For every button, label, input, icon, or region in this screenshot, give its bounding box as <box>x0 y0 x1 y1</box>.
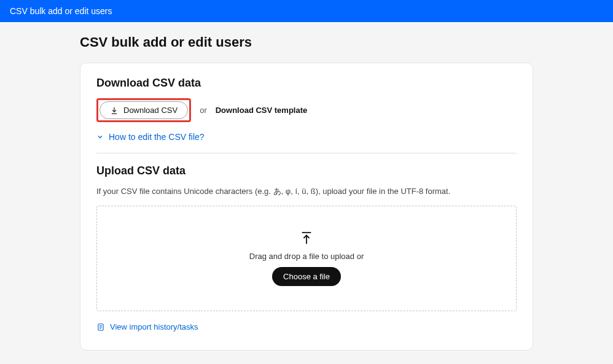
download-csv-button[interactable]: Download CSV <box>100 101 188 119</box>
upload-heading: Upload CSV data <box>96 165 517 177</box>
history-icon <box>96 323 105 331</box>
page-title: CSV bulk add or edit users <box>80 34 533 50</box>
section-divider <box>96 153 517 153</box>
dropzone-text: Drag and drop a file to upload or <box>249 252 364 261</box>
top-bar: CSV bulk add or edit users <box>0 0 613 22</box>
upload-section: Upload CSV data If your CSV file contain… <box>96 165 517 331</box>
content-area: CSV bulk add or edit users Download CSV … <box>0 22 613 350</box>
download-heading: Download CSV data <box>96 77 517 90</box>
download-icon <box>110 106 119 115</box>
main-card: Download CSV data Download CSV <box>80 63 533 350</box>
view-import-history-link[interactable]: View import history/tasks <box>96 322 517 331</box>
how-to-edit-label: How to edit the CSV file? <box>109 132 205 142</box>
view-import-history-label: View import history/tasks <box>110 322 198 331</box>
top-bar-title: CSV bulk add or edit users <box>10 6 112 16</box>
chevron-down-icon <box>96 133 104 141</box>
download-csv-highlight: Download CSV <box>96 98 191 122</box>
upload-icon <box>300 231 313 246</box>
choose-file-label: Choose a file <box>283 272 330 281</box>
upload-help-text: If your CSV file contains Unicode charac… <box>96 186 517 197</box>
download-row: Download CSV or Download CSV template <box>96 98 517 122</box>
download-csv-label: Download CSV <box>123 106 178 115</box>
download-section: Download CSV data Download CSV <box>96 77 517 142</box>
file-dropzone[interactable]: Drag and drop a file to upload or Choose… <box>96 206 517 311</box>
choose-file-button[interactable]: Choose a file <box>272 267 341 286</box>
download-template-link[interactable]: Download CSV template <box>216 106 308 115</box>
or-text: or <box>200 106 207 115</box>
how-to-edit-toggle[interactable]: How to edit the CSV file? <box>96 132 517 142</box>
